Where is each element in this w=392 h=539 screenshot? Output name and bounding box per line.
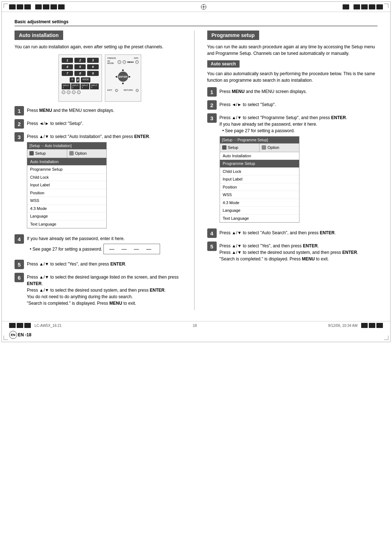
left-intro: You can run auto installation again, eve…	[15, 44, 185, 50]
remote-control: FREEZE OPC AV MODE MENU	[105, 54, 141, 102]
menu-label: MENU	[127, 61, 134, 63]
footer-film-left	[9, 323, 31, 328]
right-menu-header: Setup Option	[220, 143, 299, 152]
step-4: 4 If you have already set the password, …	[15, 234, 185, 256]
num-5: 5	[74, 64, 86, 69]
right-step-4-num: 4	[207, 228, 217, 238]
input-circle-2	[67, 90, 70, 94]
film-cell	[35, 4, 42, 9]
right-step-3-num: 3	[207, 113, 217, 123]
freeze-label: FREEZE	[107, 57, 116, 59]
input3-btn: INPUT 3	[81, 84, 89, 89]
corner-bl	[4, 336, 8, 340]
nav-up-arrow: ▲	[118, 66, 128, 72]
menu-item-auto-install: Auto Installation	[27, 158, 106, 166]
num-wide: WIDE	[81, 77, 90, 82]
r-menu-item-prog-setup: Programme Setup	[220, 160, 299, 168]
right-step-2-num: 2	[207, 100, 217, 110]
right-menu-option-col: Option	[260, 143, 299, 152]
nav-empty-br	[128, 82, 135, 88]
right-step-4-content: Press ▲/▼ to select "Auto Search", and t…	[220, 228, 336, 236]
num-4: 4	[62, 64, 73, 69]
film-cell	[9, 4, 16, 9]
r-menu-item-auto-install: Auto Installation	[220, 152, 299, 160]
right-intro: You can run the auto search procedure ag…	[207, 44, 378, 57]
right-step-1: 1 Press MENU and the MENU screen display…	[207, 87, 378, 97]
film-cell	[50, 4, 57, 9]
menu-item-prog-setup: Programme Setup	[27, 166, 106, 174]
step-1-content: Press MENU and the MENU screen displays.	[27, 106, 114, 114]
right-step-5-content: Press ▲/▼ to select "Yes", and then pres…	[220, 242, 359, 262]
menu-circle	[135, 60, 139, 64]
auto-search-intro: You can also automatically search by per…	[207, 70, 378, 84]
menu-bold: MENU	[39, 108, 52, 113]
num-3: 3	[87, 58, 98, 63]
right-setup-label: Setup	[228, 145, 238, 151]
film-cell	[17, 4, 23, 9]
menu-item-wss: WSS	[27, 197, 106, 205]
left-column: Auto installation You can run auto insta…	[15, 31, 195, 310]
film-cell	[369, 323, 375, 328]
input-circle-4	[77, 90, 81, 94]
enter-button[interactable]: ENTER	[118, 72, 128, 82]
right-step-1-num: 1	[207, 87, 217, 97]
step-4-content: If you have already set the password, en…	[27, 234, 160, 256]
right-menu-label: [Setup ··· Programme Setup]	[222, 137, 268, 143]
r-menu-item-input-label: Input Label	[220, 175, 299, 183]
num-0: 0	[76, 77, 79, 82]
footer-date: 9/12/06, 10:34 AM	[328, 324, 358, 328]
film-cell	[24, 4, 31, 9]
input-circles	[62, 90, 99, 94]
menu-item-child-lock: Child Lock	[27, 174, 106, 182]
right-column: Programme setup You can run the auto sea…	[205, 31, 378, 310]
step-1: 1 Press MENU and the MENU screen display…	[15, 106, 185, 115]
left-menu-setup-col: Setup	[27, 149, 67, 158]
step-5: 5 Press ▲/▼ to select "Yes", and then pr…	[15, 260, 185, 269]
step-4-bullet: • See page 27 for setting a password.	[30, 247, 102, 252]
page-display: EN -18	[18, 332, 31, 337]
step-6: 6 Press ▲/▼ to select the desired langua…	[15, 273, 185, 307]
nav-down-arrow: ▼	[118, 82, 128, 88]
right-menu-title: [Setup ··· Programme Setup]	[220, 137, 299, 143]
num-2: 2	[74, 58, 86, 63]
film-cell	[43, 4, 49, 9]
right-step-2-content: Press ◄/► to select "Setup".	[220, 100, 276, 108]
right-step-4: 4 Press ▲/▼ to select "Auto Search", and…	[207, 228, 378, 238]
film-cell	[361, 4, 368, 9]
page-section-title: Basic adjustment settings	[15, 19, 377, 26]
remote-numpad: 1 2 3 4 5 6 7 8 9 ⑤ 0	[58, 54, 102, 102]
nav-empty-tl	[111, 66, 118, 72]
film-cell	[376, 4, 383, 9]
input2-btn: INPUT 2	[71, 84, 80, 89]
right-step-2: 2 Press ◄/► to select "Setup".	[207, 100, 378, 110]
r-menu-item-text-lang: Text Language	[220, 215, 299, 223]
num-8: 8	[74, 71, 86, 76]
nav-right-arrow: ►	[128, 72, 135, 82]
film-cell	[361, 323, 368, 328]
right-menu-box: [Setup ··· Programme Setup] Setup Option	[220, 136, 299, 223]
setup-label: Setup	[35, 150, 46, 157]
step-2-num: 2	[15, 119, 24, 129]
film-cell	[343, 4, 349, 9]
main-content: Basic adjustment settings Auto installat…	[2, 12, 390, 321]
av-mode-circle	[118, 60, 121, 64]
left-section-title: Auto installation	[15, 31, 63, 40]
footer-film-right	[361, 323, 383, 328]
input1-btn: INPUT 1	[62, 84, 70, 89]
password-dashes: — — — —	[103, 244, 160, 254]
r-menu-item-43mode: 4:3 Mode	[220, 199, 299, 207]
right-step-5: 5 Press ▲/▼ to select "Yes", and then pr…	[207, 242, 378, 262]
left-menu-title: [Setup ··· Auto Installation]	[27, 142, 106, 149]
nav-empty-tr	[128, 66, 135, 72]
left-menu-label: [Setup ··· Auto Installation]	[29, 143, 72, 149]
menu-item-language: Language	[27, 212, 106, 220]
input-circle-3	[72, 90, 75, 94]
r-menu-item-wss: WSS	[220, 191, 299, 199]
num-9: 9	[87, 71, 98, 76]
num-7: 7	[62, 71, 73, 76]
film-cell	[354, 4, 360, 9]
num-bottom-row: ⑤ 0 WIDE	[62, 77, 99, 82]
nav-left-arrow: ◄	[111, 72, 118, 82]
en-circle: EN	[9, 331, 17, 339]
r-menu-item-language: Language	[220, 207, 299, 215]
